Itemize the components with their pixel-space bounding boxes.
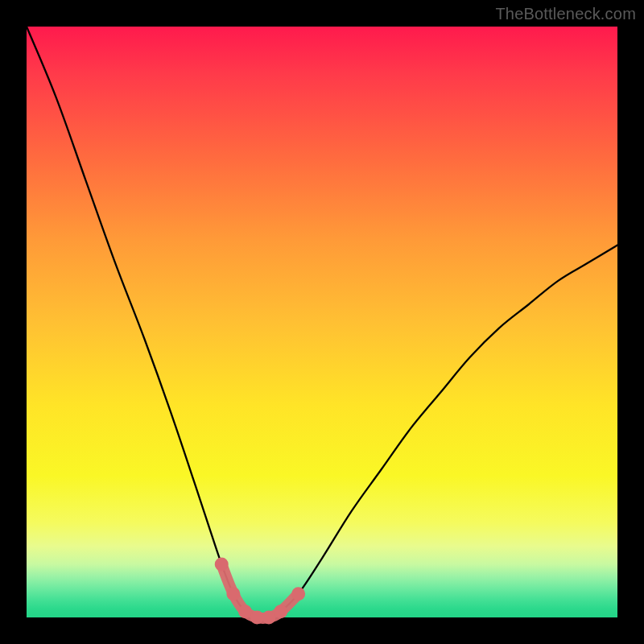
trough-marker-dot	[262, 611, 275, 625]
bottleneck-curve	[27, 27, 617, 618]
trough-marker-dot	[226, 587, 240, 601]
watermark-text: TheBottleneck.com	[495, 5, 636, 23]
plot-area	[27, 27, 617, 617]
trough-marker-dot	[274, 605, 287, 618]
bottleneck-curve-svg	[27, 27, 617, 617]
chart-frame: TheBottleneck.com	[0, 0, 644, 644]
trough-marker-dot	[238, 605, 252, 618]
trough-marker-dot	[250, 611, 264, 625]
trough-marker-dot	[291, 587, 305, 601]
trough-marker-dot	[215, 557, 229, 571]
